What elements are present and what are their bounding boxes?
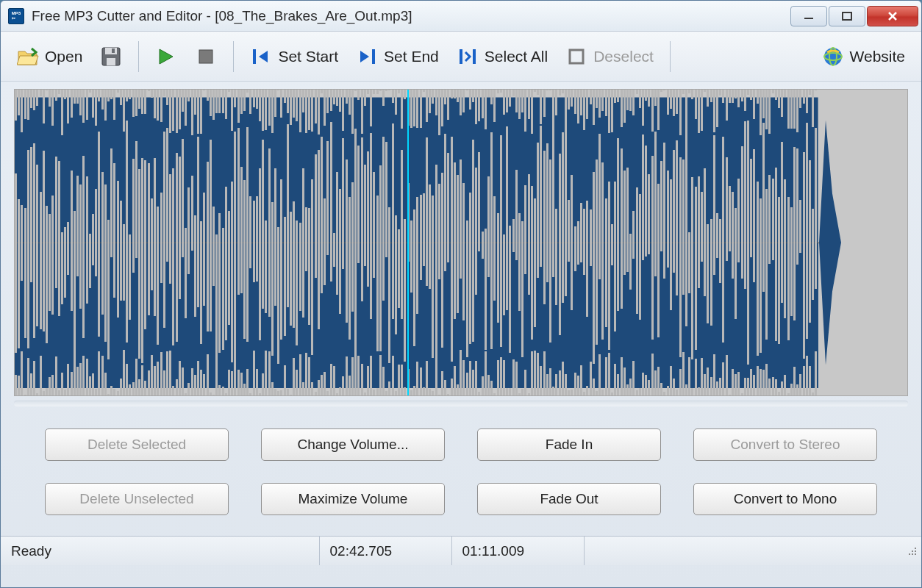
change-volume-button[interactable]: Change Volume... [261, 429, 445, 461]
minimize-button[interactable] [790, 6, 827, 26]
select-all-icon [457, 46, 479, 68]
action-buttons: Delete Selected Change Volume... Fade In… [1, 418, 921, 536]
set-start-label: Set Start [278, 48, 338, 65]
website-button[interactable]: Website [816, 41, 911, 72]
deselect-label: Deselect [593, 48, 654, 65]
app-icon: MP3✂ [8, 8, 24, 24]
fade-in-button[interactable]: Fade In [477, 429, 661, 461]
convert-mono-button[interactable]: Convert to Mono [693, 483, 877, 515]
convert-stereo-button[interactable]: Convert to Stereo [693, 429, 877, 461]
stop-icon [195, 46, 217, 68]
toolbar-separator [233, 41, 234, 72]
maximize-button[interactable] [829, 6, 865, 26]
status-time-current: 01:11.009 [452, 537, 585, 565]
waveform-display[interactable] [14, 89, 908, 396]
toolbar-separator [670, 41, 671, 72]
svg-rect-10 [372, 49, 375, 64]
svg-rect-7 [112, 49, 115, 53]
toolbar-separator [138, 41, 139, 72]
floppy-disk-icon [100, 46, 122, 68]
svg-rect-1 [843, 12, 851, 20]
waveform-tail [819, 90, 907, 395]
folder-open-icon [17, 46, 39, 68]
select-all-button[interactable]: Select All [451, 41, 554, 72]
stop-button[interactable] [189, 41, 223, 72]
svg-rect-5 [105, 48, 117, 54]
set-start-button[interactable]: Set Start [244, 41, 344, 72]
svg-rect-8 [199, 50, 212, 63]
svg-rect-9 [253, 49, 256, 64]
set-end-button[interactable]: Set End [350, 41, 445, 72]
statusbar: Ready 02:42.705 01:11.009 [1, 536, 921, 565]
fade-out-button[interactable]: Fade Out [477, 483, 661, 515]
window-controls [790, 6, 918, 26]
select-all-label: Select All [485, 48, 548, 65]
close-button[interactable] [867, 6, 918, 26]
deselect-button[interactable]: Deselect [560, 41, 660, 72]
open-label: Open [45, 48, 82, 65]
status-time-total: 02:42.705 [320, 537, 452, 565]
play-button[interactable] [149, 41, 183, 72]
set-start-icon [250, 46, 272, 68]
svg-rect-13 [570, 50, 583, 63]
titlebar[interactable]: MP3✂ Free MP3 Cutter and Editor - [08_Th… [1, 1, 921, 32]
svg-rect-6 [107, 58, 115, 65]
horizontal-scrollbar[interactable] [14, 401, 908, 406]
maximize-volume-button[interactable]: Maximize Volume [261, 483, 445, 515]
open-button[interactable]: Open [11, 41, 88, 72]
save-button[interactable] [94, 41, 128, 72]
playhead-cursor[interactable] [407, 90, 409, 395]
set-end-label: Set End [384, 48, 439, 65]
svg-rect-12 [473, 49, 476, 64]
deselect-icon [565, 46, 587, 68]
status-spacer [585, 537, 903, 565]
status-state: Ready [1, 537, 320, 565]
window-title: Free MP3 Cutter and Editor - [08_The_Bra… [32, 8, 790, 24]
app-window: MP3✂ Free MP3 Cutter and Editor - [08_Th… [0, 0, 922, 588]
set-end-icon [356, 46, 378, 68]
website-label: Website [850, 48, 905, 65]
delete-selected-button[interactable]: Delete Selected [45, 429, 229, 461]
globe-icon [822, 46, 844, 68]
play-icon [155, 46, 177, 68]
delete-unselected-button[interactable]: Delete Unselected [45, 483, 229, 515]
toolbar: Open Set Start [1, 32, 921, 82]
resize-grip[interactable] [902, 542, 921, 560]
